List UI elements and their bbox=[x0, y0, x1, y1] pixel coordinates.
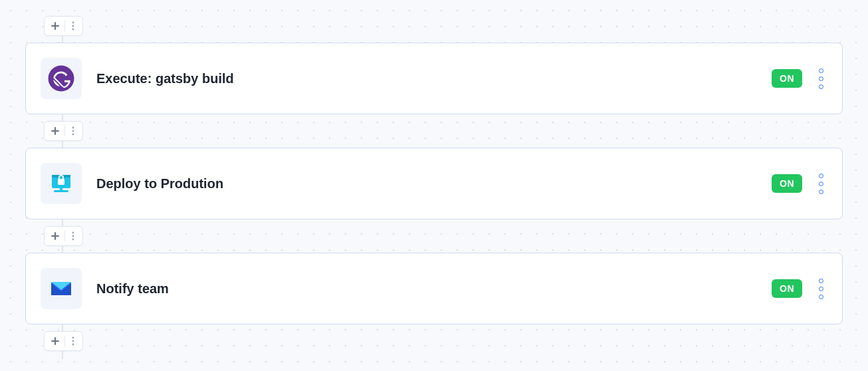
svg-point-17 bbox=[72, 340, 74, 342]
svg-point-4 bbox=[72, 127, 74, 129]
svg-point-0 bbox=[72, 22, 74, 24]
step-menu-icon[interactable] bbox=[814, 68, 827, 89]
kebab-menu-icon[interactable] bbox=[66, 228, 80, 244]
divider bbox=[64, 336, 65, 346]
svg-point-14 bbox=[72, 239, 74, 241]
svg-point-12 bbox=[72, 232, 74, 234]
insert-action-control[interactable] bbox=[44, 331, 83, 351]
plus-icon[interactable] bbox=[47, 228, 63, 244]
pipeline-step[interactable]: Execute: gatsby build ON bbox=[25, 43, 843, 114]
insert-action-control[interactable] bbox=[44, 16, 83, 36]
svg-point-2 bbox=[72, 29, 74, 31]
svg-point-16 bbox=[72, 337, 74, 339]
mail-icon bbox=[41, 268, 82, 309]
status-badge-on[interactable]: ON bbox=[772, 279, 802, 298]
insert-action-control[interactable] bbox=[44, 226, 83, 246]
divider bbox=[64, 231, 65, 241]
svg-rect-11 bbox=[60, 188, 62, 191]
step-menu-icon[interactable] bbox=[814, 279, 827, 299]
plus-icon[interactable] bbox=[47, 333, 63, 349]
status-badge-on[interactable]: ON bbox=[772, 174, 802, 193]
deploy-lock-icon bbox=[41, 163, 82, 204]
pipeline-step[interactable]: Deploy to Prodution ON bbox=[25, 148, 843, 219]
step-title: Execute: gatsby build bbox=[96, 71, 772, 86]
svg-point-6 bbox=[72, 134, 74, 136]
svg-point-18 bbox=[72, 344, 74, 346]
insert-action-control[interactable] bbox=[44, 121, 83, 141]
step-menu-icon[interactable] bbox=[814, 174, 827, 194]
divider bbox=[64, 21, 65, 31]
step-title: Deploy to Prodution bbox=[96, 176, 772, 191]
svg-point-13 bbox=[72, 235, 74, 237]
kebab-menu-icon[interactable] bbox=[66, 123, 80, 139]
plus-icon[interactable] bbox=[47, 18, 63, 34]
svg-rect-9 bbox=[58, 179, 64, 185]
pipeline-canvas: Execute: gatsby build ON bbox=[0, 0, 868, 371]
status-badge-on[interactable]: ON bbox=[772, 69, 802, 88]
kebab-menu-icon[interactable] bbox=[66, 333, 80, 349]
svg-point-3 bbox=[49, 66, 74, 92]
pipeline-step[interactable]: Notify team ON bbox=[25, 253, 843, 324]
gatsby-icon bbox=[41, 58, 82, 99]
svg-point-1 bbox=[72, 25, 74, 27]
plus-icon[interactable] bbox=[47, 123, 63, 139]
pipeline: Execute: gatsby build ON bbox=[25, 16, 843, 351]
svg-point-5 bbox=[72, 130, 74, 132]
step-title: Notify team bbox=[96, 281, 772, 297]
kebab-menu-icon[interactable] bbox=[66, 18, 80, 34]
divider bbox=[64, 126, 65, 136]
